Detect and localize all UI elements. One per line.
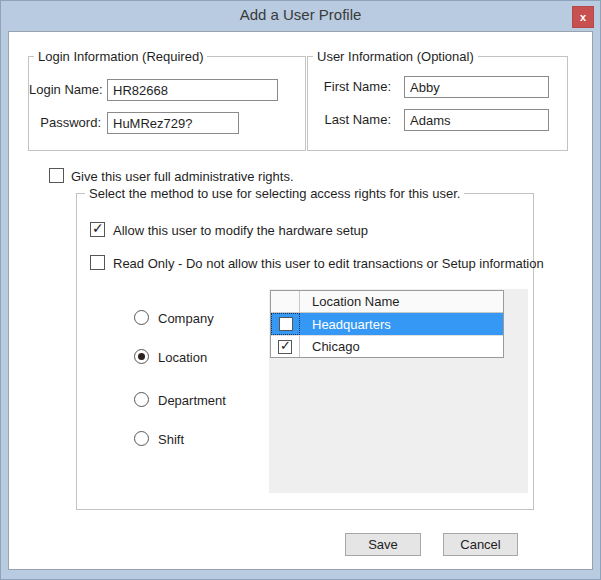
- save-button[interactable]: Save: [345, 533, 421, 556]
- login-group-title: Login Information (Required): [34, 49, 207, 64]
- radio-location[interactable]: [134, 349, 149, 364]
- read-only-checkbox[interactable]: [90, 255, 105, 270]
- user-info-group: User Information (Optional): [307, 56, 568, 151]
- dialog-title: Add a User Profile: [1, 6, 600, 23]
- radio-department[interactable]: [134, 392, 149, 407]
- radio-company[interactable]: [134, 310, 149, 325]
- radio-department-label: Department: [158, 393, 226, 408]
- login-name-label: Login Name:: [29, 82, 101, 97]
- headquarters-name[interactable]: Headquarters: [300, 313, 503, 335]
- admin-rights-checkbox[interactable]: [49, 168, 64, 183]
- chicago-name[interactable]: Chicago: [300, 336, 503, 357]
- grid-row-headquarters[interactable]: Headquarters: [271, 313, 503, 335]
- close-icon: x: [580, 11, 586, 23]
- grid-header-row: Location Name: [271, 291, 503, 313]
- cancel-button-label: Cancel: [460, 537, 500, 552]
- chicago-checkbox-cell[interactable]: [271, 336, 300, 357]
- locations-panel: Location Name Headquarters Chicago: [269, 289, 528, 493]
- add-user-profile-dialog: Add a User Profile x Login Information (…: [0, 0, 601, 580]
- access-method-group-title: Select the method to use for selecting a…: [85, 186, 464, 201]
- chicago-checkbox[interactable]: [278, 340, 292, 354]
- titlebar[interactable]: Add a User Profile x: [1, 1, 600, 31]
- save-button-label: Save: [368, 537, 398, 552]
- first-name-label: First Name:: [311, 79, 391, 94]
- login-name-input[interactable]: [107, 79, 278, 101]
- last-name-input[interactable]: [404, 109, 549, 131]
- modify-hardware-label: Allow this user to modify the hardware s…: [113, 223, 368, 238]
- dialog-content: Login Information (Required) Login Name:…: [8, 31, 593, 570]
- headquarters-checkbox[interactable]: [279, 317, 293, 331]
- headquarters-checkbox-cell[interactable]: [271, 313, 300, 335]
- access-method-group: Select the method to use for selecting a…: [76, 193, 534, 510]
- grid-row-chicago[interactable]: Chicago: [271, 335, 503, 357]
- user-group-title: User Information (Optional): [313, 49, 478, 64]
- grid-header-location-name: Location Name: [300, 291, 503, 312]
- read-only-label: Read Only - Do not allow this user to ed…: [113, 256, 544, 271]
- radio-location-label: Location: [158, 350, 207, 365]
- admin-rights-label: Give this user full administrative right…: [71, 169, 294, 184]
- modify-hardware-checkbox[interactable]: [90, 222, 105, 237]
- radio-company-label: Company: [158, 311, 214, 326]
- radio-shift-label: Shift: [158, 432, 184, 447]
- close-button[interactable]: x: [572, 6, 594, 28]
- login-info-group: Login Information (Required): [28, 56, 306, 151]
- last-name-label: Last Name:: [311, 112, 391, 127]
- password-label: Password:: [29, 115, 101, 130]
- first-name-input[interactable]: [404, 76, 549, 98]
- grid-header-checkbox-cell: [271, 291, 300, 312]
- radio-shift[interactable]: [134, 431, 149, 446]
- locations-grid: Location Name Headquarters Chicago: [270, 290, 504, 358]
- password-input[interactable]: [107, 112, 239, 134]
- cancel-button[interactable]: Cancel: [443, 533, 518, 556]
